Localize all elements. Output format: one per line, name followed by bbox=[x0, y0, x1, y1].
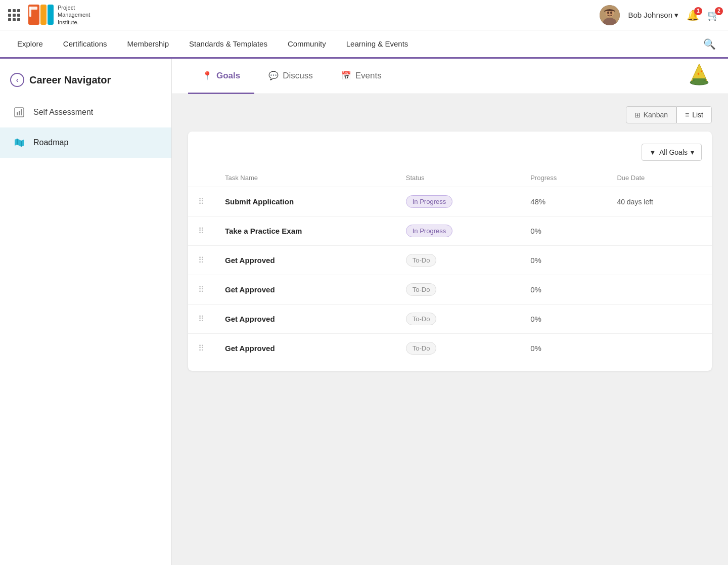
svg-point-9 bbox=[607, 11, 609, 14]
goals-tab-label: Goals bbox=[216, 71, 240, 81]
task-table: Task Name Status Progress Due Date ⠿ Sub… bbox=[188, 169, 712, 363]
kanban-toggle-button[interactable]: ⊞ Kanban bbox=[626, 106, 676, 123]
svg-text:★: ★ bbox=[700, 70, 703, 73]
status-badge: To-Do bbox=[406, 313, 437, 325]
tab-goals[interactable]: 📍 Goals bbox=[188, 59, 254, 94]
nav-item-learning-events[interactable]: Learning & Events bbox=[337, 30, 418, 59]
progress-cell: 0% bbox=[520, 246, 607, 275]
svg-rect-4 bbox=[29, 7, 31, 17]
tab-discuss[interactable]: 💬 Discuss bbox=[254, 59, 327, 94]
avatar[interactable] bbox=[600, 5, 620, 25]
sidebar-item-roadmap[interactable]: Roadmap bbox=[0, 127, 171, 158]
content-body: ⊞ Kanban ≡ List ▼ All Goals ▾ bbox=[172, 94, 728, 383]
progress-value: 0% bbox=[530, 285, 541, 294]
status-cell: In Progress bbox=[396, 216, 520, 246]
kanban-icon: ⊞ bbox=[634, 111, 641, 119]
task-name-cell: Get Approved bbox=[215, 246, 396, 275]
kanban-label: Kanban bbox=[644, 111, 668, 119]
svg-rect-1 bbox=[40, 5, 47, 25]
status-cell: To-Do bbox=[396, 246, 520, 275]
table-row[interactable]: ⠿ Take a Practice Exam In Progress 0% bbox=[188, 216, 712, 246]
table-row[interactable]: ⠿ Get Approved To-Do 0% bbox=[188, 275, 712, 305]
svg-point-16 bbox=[690, 80, 708, 85]
task-name-cell: Get Approved bbox=[215, 305, 396, 334]
due-date-value: 40 days left bbox=[617, 198, 653, 206]
goals-tab-icon: 📍 bbox=[202, 71, 212, 80]
status-cell: To-Do bbox=[396, 334, 520, 363]
due-date-cell: 40 days left bbox=[607, 187, 712, 216]
table-row[interactable]: ⠿ Get Approved To-Do 0% bbox=[188, 334, 712, 363]
drag-handle-icon[interactable]: ⠿ bbox=[198, 256, 205, 265]
progress-value: 0% bbox=[530, 344, 541, 353]
progress-value: 0% bbox=[530, 227, 541, 235]
due-date-cell bbox=[607, 334, 712, 363]
navbar: Explore Certifications Membership Standa… bbox=[0, 30, 728, 59]
search-icon[interactable]: 🔍 bbox=[699, 38, 720, 50]
table-row[interactable]: ⠿ Submit Application In Progress 48% 40 … bbox=[188, 187, 712, 216]
due-date-cell bbox=[607, 275, 712, 305]
col-drag bbox=[188, 169, 215, 187]
chevron-down-icon: ▾ bbox=[674, 11, 678, 20]
sidebar-item-self-assessment[interactable]: Self Assessment bbox=[0, 97, 171, 127]
table-row[interactable]: ⠿ Get Approved To-Do 0% bbox=[188, 246, 712, 275]
nav-item-certifications[interactable]: Certifications bbox=[54, 30, 116, 59]
drag-handle-cell: ⠿ bbox=[188, 246, 215, 275]
list-toggle-button[interactable]: ≡ List bbox=[676, 106, 712, 123]
status-badge: To-Do bbox=[406, 342, 437, 355]
events-tab-label: Events bbox=[355, 71, 382, 81]
status-badge: To-Do bbox=[406, 254, 437, 267]
drag-handle-icon[interactable]: ⠿ bbox=[198, 227, 205, 235]
col-task-name: Task Name bbox=[215, 169, 396, 187]
events-tab-icon: 📅 bbox=[341, 71, 351, 80]
drag-handle-cell: ⠿ bbox=[188, 187, 215, 216]
task-name-cell: Submit Application bbox=[215, 187, 396, 216]
logo-area: Project Management Institute. bbox=[28, 4, 600, 26]
drag-handle-icon[interactable]: ⠿ bbox=[198, 197, 205, 206]
filter-bar: ▼ All Goals ▾ bbox=[188, 140, 712, 169]
progress-cell: 0% bbox=[520, 334, 607, 363]
back-button[interactable]: ‹ bbox=[10, 73, 24, 87]
drag-handle-icon[interactable]: ⠿ bbox=[198, 315, 205, 323]
apps-icon[interactable] bbox=[8, 9, 20, 21]
drag-handle-icon[interactable]: ⠿ bbox=[198, 344, 205, 353]
nav-item-standards-templates[interactable]: Standards & Templates bbox=[180, 30, 277, 59]
task-name: Get Approved bbox=[225, 344, 275, 353]
list-label: List bbox=[692, 111, 703, 119]
sidebar-title: Career Navigator bbox=[29, 74, 111, 86]
filter-button[interactable]: ▼ All Goals ▾ bbox=[642, 144, 702, 161]
svg-text:✦: ✦ bbox=[697, 72, 700, 76]
filter-icon: ▼ bbox=[649, 148, 656, 156]
wizard-hat-icon: ✦ ★ bbox=[687, 61, 712, 91]
task-name: Get Approved bbox=[225, 285, 275, 294]
task-name-cell: Get Approved bbox=[215, 334, 396, 363]
drag-handle-cell: ⠿ bbox=[188, 334, 215, 363]
drag-handle-icon[interactable]: ⠿ bbox=[198, 285, 205, 294]
table-row[interactable]: ⠿ Get Approved To-Do 0% bbox=[188, 305, 712, 334]
notification-icon[interactable]: 🔔 1 bbox=[687, 9, 699, 21]
nav-item-membership[interactable]: Membership bbox=[118, 30, 178, 59]
task-name-cell: Get Approved bbox=[215, 275, 396, 305]
nav-item-explore[interactable]: Explore bbox=[8, 30, 52, 59]
progress-cell: 0% bbox=[520, 275, 607, 305]
cart-icon[interactable]: 🛒 2 bbox=[707, 9, 720, 21]
svg-rect-13 bbox=[19, 111, 20, 115]
status-badge: In Progress bbox=[406, 225, 452, 237]
cart-badge: 2 bbox=[715, 7, 723, 15]
status-cell: To-Do bbox=[396, 275, 520, 305]
svg-rect-2 bbox=[48, 5, 54, 25]
task-name: Get Approved bbox=[225, 256, 275, 265]
drag-handle-cell: ⠿ bbox=[188, 275, 215, 305]
sidebar-header: ‹ Career Navigator bbox=[0, 69, 171, 97]
tab-events[interactable]: 📅 Events bbox=[327, 59, 396, 94]
sidebar: ‹ Career Navigator Self Assessment bbox=[0, 59, 172, 565]
filter-label: All Goals bbox=[659, 148, 688, 156]
assessment-icon bbox=[12, 105, 26, 119]
user-name[interactable]: Bob Johnson ▾ bbox=[628, 11, 678, 20]
task-name-cell: Take a Practice Exam bbox=[215, 216, 396, 246]
pmi-logo[interactable] bbox=[28, 5, 54, 25]
progress-cell: 0% bbox=[520, 305, 607, 334]
task-card: ▼ All Goals ▾ Task Name Status Progress … bbox=[188, 132, 712, 371]
drag-handle-cell: ⠿ bbox=[188, 216, 215, 246]
nav-item-community[interactable]: Community bbox=[279, 30, 335, 59]
due-date-cell bbox=[607, 246, 712, 275]
